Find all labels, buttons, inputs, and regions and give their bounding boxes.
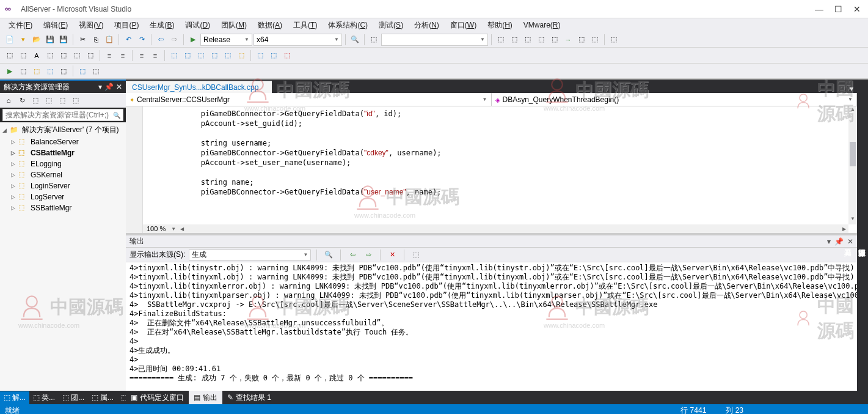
close-button[interactable]: ✕ (853, 4, 861, 14)
menu-item[interactable]: VMware(R) (519, 20, 566, 31)
horizontal-scrollbar[interactable]: 100 % ▼ ◀ ▶ (143, 224, 848, 233)
win-button-1[interactable]: ⬚ (168, 50, 180, 62)
menu-item[interactable]: 窗口(W) (445, 19, 481, 32)
vm-button-6[interactable]: → (562, 34, 574, 46)
code-content[interactable]: piGameDBConnector->GetQueryFieldData("id… (143, 106, 848, 224)
menu-item[interactable]: 调试(D) (180, 19, 215, 32)
win-button-3[interactable]: ⬚ (195, 50, 207, 62)
copy-button[interactable]: ⎘ (90, 34, 102, 46)
open-button[interactable]: 📂 (31, 34, 43, 46)
output-source-combo[interactable]: 生成▼ (189, 250, 311, 261)
process-combo[interactable]: ▼ (381, 34, 488, 46)
build-button-6[interactable]: ⬚ (76, 65, 89, 77)
bottom-tab[interactable]: ▤输出 (189, 391, 222, 404)
close-icon[interactable]: ✕ (116, 83, 122, 91)
collapse-button[interactable]: ⬚ (43, 94, 55, 106)
win-button-4[interactable]: ⬚ (208, 50, 221, 62)
menu-item[interactable]: 团队(M) (216, 19, 252, 32)
build-button-7[interactable]: ⬚ (90, 65, 102, 77)
ext-button-3[interactable]: ⬚ (281, 50, 293, 62)
ext-button-2[interactable]: ⬚ (268, 50, 280, 62)
code-editor[interactable]: piGameDBConnector->GetQueryFieldData("id… (126, 106, 857, 233)
sidebar-tab[interactable]: ⬚团... (59, 391, 88, 404)
cut-button[interactable]: ✂ (76, 34, 89, 46)
new-item-button[interactable]: ▾ (17, 34, 29, 46)
sidebar-tab[interactable]: ⬚解... (0, 391, 29, 404)
build-button-1[interactable]: ▶ (4, 65, 16, 77)
scroll-right-icon[interactable]: ▶ (840, 226, 848, 232)
menu-item[interactable]: 数据(A) (253, 19, 287, 32)
menu-item[interactable]: 工具(T) (288, 19, 322, 32)
home-button[interactable]: ⌂ (2, 94, 15, 106)
project-item[interactable]: ▷⬚CSBattleMgr (0, 147, 126, 158)
project-item[interactable]: ▷⬚GSKernel (0, 169, 126, 180)
win-button-6[interactable]: ⬚ (235, 50, 247, 62)
comment-button-2[interactable]: ≡ (149, 50, 161, 62)
save-button[interactable]: 💾 (44, 34, 56, 46)
menu-item[interactable]: 测试(S) (374, 19, 408, 32)
nav-forward-button[interactable]: ⇨ (168, 34, 180, 46)
undo-button[interactable]: ↶ (122, 34, 134, 46)
solution-search-input[interactable] (5, 111, 113, 119)
build-button-2[interactable]: ⬚ (17, 65, 29, 77)
project-item[interactable]: ▷⬚SSBattleMgr (0, 202, 126, 213)
rail-item[interactable]: 服务器资源管理器 (855, 241, 868, 246)
output-prev-button[interactable]: ⇦ (346, 249, 359, 261)
comment-button-1[interactable]: ≡ (136, 50, 148, 62)
find-button[interactable]: 🔍 (349, 34, 361, 46)
zoom-level[interactable]: 100 % (143, 225, 169, 232)
nav-back-button[interactable]: ⇦ (155, 34, 167, 46)
preview-button[interactable]: ⬚ (70, 94, 82, 106)
menu-item[interactable]: 项目(P) (109, 19, 144, 32)
ext-button-1[interactable]: ⬚ (254, 50, 266, 62)
step-button-2[interactable]: A (31, 50, 43, 62)
platform-combo[interactable]: x64▼ (253, 34, 342, 46)
class-nav-combo[interactable]: ✦CentralServer::CCSUserMgr ▼ (126, 93, 492, 106)
vm-button-7[interactable]: ⬚ (575, 34, 588, 46)
scroll-left-icon[interactable]: ◀ (178, 226, 186, 232)
config-combo[interactable]: Release▼ (200, 34, 252, 46)
vm-button-9[interactable]: ⬚ (608, 34, 620, 46)
bp-button[interactable]: ⬚ (4, 50, 16, 62)
build-button-4[interactable]: ⬚ (44, 65, 56, 77)
properties-button[interactable]: ⬚ (56, 94, 68, 106)
tab-dropdown-icon[interactable]: ▾ (846, 84, 857, 93)
vm-button-5[interactable]: ⬚ (549, 34, 561, 46)
menu-item[interactable]: 帮助(H) (483, 19, 517, 32)
step-button-3[interactable]: ⬚ (44, 50, 56, 62)
menu-item[interactable]: 体系结构(C) (323, 19, 373, 32)
redo-button[interactable]: ↷ (136, 34, 148, 46)
solution-root[interactable]: ◢📁解决方案'AllServer' (7 个项目) (0, 124, 126, 136)
process-button[interactable]: ⬚ (368, 34, 380, 46)
menu-item[interactable]: 分析(N) (409, 19, 444, 32)
pin-icon[interactable]: 📌 (104, 83, 114, 91)
menu-item[interactable]: 编辑(E) (38, 19, 73, 32)
paste-button[interactable]: 📋 (103, 34, 115, 46)
pin-icon[interactable]: ▾ (98, 83, 102, 91)
step-button-5[interactable]: ⬚ (71, 50, 83, 62)
sidebar-tab[interactable]: ⬚属... (88, 391, 117, 404)
scroll-down-icon[interactable]: ▼ (848, 216, 857, 224)
minimize-button[interactable]: — (815, 4, 823, 14)
project-item[interactable]: ▷⬚LoginServer (0, 180, 126, 191)
bottom-tab[interactable]: ▣代码定义窗口 (126, 391, 189, 404)
vertical-scrollbar[interactable]: ▲ ▼ (848, 106, 857, 224)
vm-button-2[interactable]: ⬚ (508, 34, 520, 46)
output-content[interactable]: 4>tinyxml.lib(tinystr.obj) : warning LNK… (126, 262, 857, 391)
menu-item[interactable]: 生成(B) (145, 19, 179, 32)
maximize-button[interactable]: ☐ (834, 4, 842, 14)
indent-button-2[interactable]: ≡ (117, 50, 129, 62)
method-nav-combo[interactable]: ◈DBAsyn_QueryWhenThreadBegin() ▼ (492, 93, 858, 106)
dropdown-icon[interactable]: ▾ (827, 237, 831, 246)
zoom-arrow-icon[interactable]: ▼ (169, 226, 178, 232)
scroll-up-icon[interactable]: ▲ (848, 106, 857, 115)
menu-item[interactable]: 文件(F) (4, 19, 37, 32)
output-next-button[interactable]: ⇨ (362, 249, 374, 261)
solution-search[interactable]: 🔍 (2, 109, 123, 121)
vm-button-8[interactable]: ⬚ (589, 34, 601, 46)
step-button-6[interactable]: ⬚ (84, 50, 97, 62)
scroll-thumb[interactable] (850, 142, 856, 166)
showall-button[interactable]: ⬚ (29, 94, 42, 106)
project-item[interactable]: ▷⬚ELogging (0, 158, 126, 169)
step-button-1[interactable]: ⬚ (17, 50, 29, 62)
